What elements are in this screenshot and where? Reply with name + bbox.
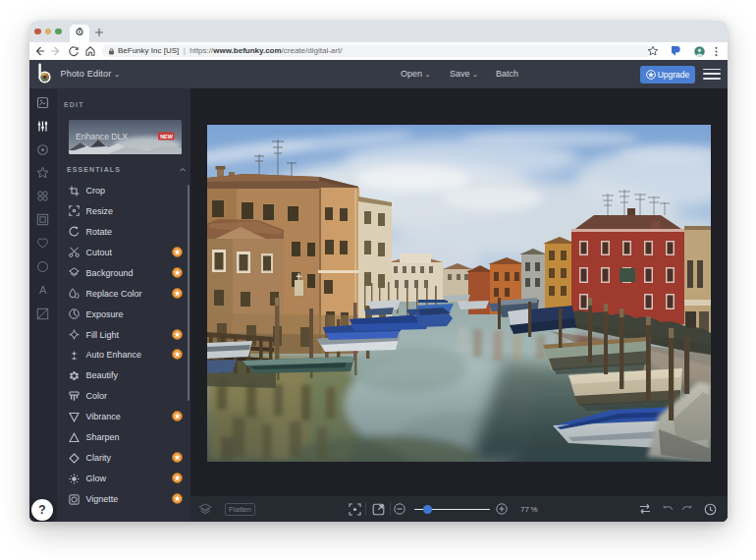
svg-text:NEW: NEW	[160, 134, 173, 140]
svg-text:Enhance DLX: Enhance DLX	[76, 132, 128, 141]
